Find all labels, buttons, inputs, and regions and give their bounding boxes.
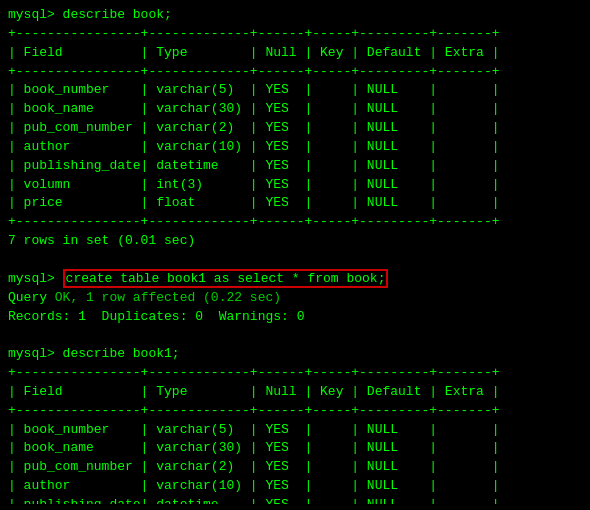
table2-border-top: +----------------+-------------+------+-… xyxy=(8,364,582,383)
table-header: | Field | Type | Null | Key | Default | … xyxy=(8,44,582,63)
describe-book1-prompt: mysql> describe book1; xyxy=(8,345,582,364)
table2-row-pub-com-number: | pub_com_number | varchar(2) | YES | | … xyxy=(8,458,582,477)
create-table-command: create table book1 as select * from book… xyxy=(63,269,389,288)
table-row-book-number: | book_number | varchar(5) | YES | | NUL… xyxy=(8,81,582,100)
terminal-window: mysql> describe book; +----------------+… xyxy=(8,6,582,504)
create-table-line: mysql> create table book1 as select * fr… xyxy=(8,270,582,289)
table2-row-publishing-date: | publishing_date| datetime | YES | | NU… xyxy=(8,496,582,504)
table2-row-author: | author | varchar(10) | YES | | NULL | … xyxy=(8,477,582,496)
table2-row-book-number: | book_number | varchar(5) | YES | | NUL… xyxy=(8,421,582,440)
blank-line-2 xyxy=(8,326,582,345)
describe-book-prompt: mysql> describe book; xyxy=(8,6,582,25)
query-ok-result: Query OK, 1 row affected (0.22 sec) xyxy=(8,289,582,308)
table-border-header: +----------------+-------------+------+-… xyxy=(8,63,582,82)
table2-row-book-name: | book_name | varchar(30) | YES | | NULL… xyxy=(8,439,582,458)
table-border-top: +----------------+-------------+------+-… xyxy=(8,25,582,44)
table-row-book-name: | book_name | varchar(30) | YES | | NULL… xyxy=(8,100,582,119)
table2-header: | Field | Type | Null | Key | Default | … xyxy=(8,383,582,402)
ok-text: OK, 1 row affected (0.22 sec) xyxy=(55,290,281,305)
table-row-pub-com-number: | pub_com_number | varchar(2) | YES | | … xyxy=(8,119,582,138)
table-border-bottom: +----------------+-------------+------+-… xyxy=(8,213,582,232)
table-row-price: | price | float | YES | | NULL | | xyxy=(8,194,582,213)
table-row-author: | author | varchar(10) | YES | | NULL | … xyxy=(8,138,582,157)
records-line: Records: 1 Duplicates: 0 Warnings: 0 xyxy=(8,308,582,327)
table2-border-header: +----------------+-------------+------+-… xyxy=(8,402,582,421)
table-row-publishing-date: | publishing_date| datetime | YES | | NU… xyxy=(8,157,582,176)
blank-line-1 xyxy=(8,251,582,270)
table-row-volumn: | volumn | int(3) | YES | | NULL | | xyxy=(8,176,582,195)
row-count-1: 7 rows in set (0.01 sec) xyxy=(8,232,582,251)
